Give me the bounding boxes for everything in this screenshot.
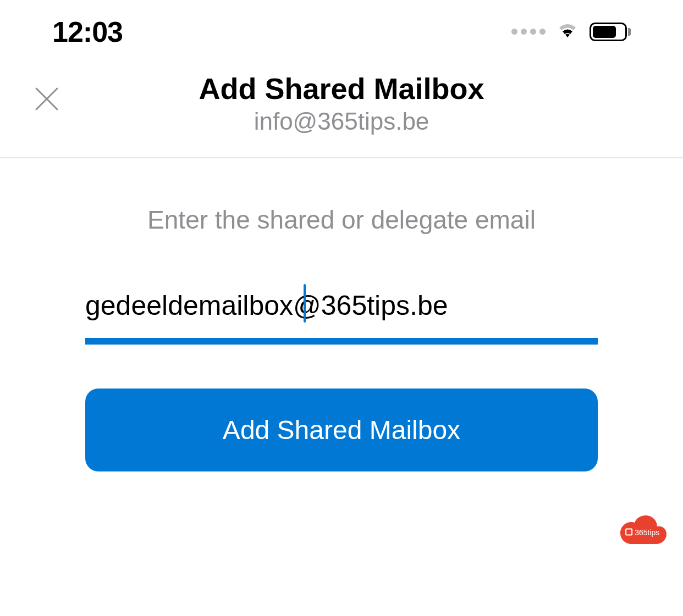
status-icons (511, 21, 631, 43)
battery-icon (590, 23, 631, 41)
email-input-wrap (85, 284, 598, 345)
close-icon (34, 86, 59, 112)
text-cursor (304, 284, 306, 323)
instruction-text: Enter the shared or delegate email (85, 205, 598, 235)
page-subtitle: info@365tips.be (0, 108, 683, 135)
add-shared-mailbox-button[interactable]: Add Shared Mailbox (85, 389, 598, 471)
brand-badge[interactable]: 365tips (614, 513, 669, 547)
wifi-icon (555, 21, 580, 43)
content-area: Enter the shared or delegate email Add S… (0, 158, 683, 471)
badge-text: 365tips (635, 528, 659, 536)
status-bar: 12:03 (0, 0, 683, 55)
status-time: 12:03 (52, 15, 123, 48)
close-button[interactable] (33, 85, 60, 113)
cellular-signal-icon (511, 29, 546, 35)
nav-header: Add Shared Mailbox info@365tips.be (0, 55, 683, 158)
office-logo-icon (625, 529, 632, 536)
page-title: Add Shared Mailbox (0, 71, 683, 106)
header-titles: Add Shared Mailbox info@365tips.be (0, 71, 683, 135)
cloud-icon: 365tips (614, 513, 669, 547)
email-field[interactable] (85, 284, 598, 345)
badge-content: 365tips (625, 528, 659, 536)
